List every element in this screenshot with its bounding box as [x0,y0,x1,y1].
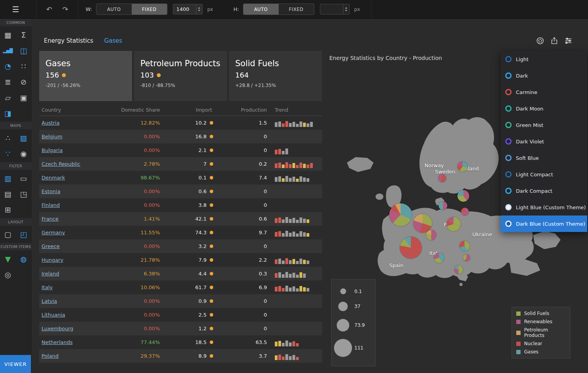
map-pie-chart[interactable] [457,190,469,202]
theme-option-light[interactable]: Light [501,51,587,67]
card-gases[interactable]: Gases 156 -201 / -56.26% [39,51,132,101]
country-link[interactable]: Italy [42,284,53,290]
country-link[interactable]: Finland [42,202,60,208]
sidebar-item-bar-chart[interactable]: ▂▅█ [0,43,16,58]
map-pie-chart[interactable] [438,174,446,182]
sidebar-item-online-map[interactable]: ⊘ [16,74,31,90]
theme-option-light-blue-custom-theme[interactable]: Light Blue (Custom Theme) [501,199,587,215]
height-fixed-button[interactable]: FIXED [279,4,314,14]
card-solid-fuels[interactable]: Solid Fuels 164 +28.8 / +21.35% [229,51,322,101]
width-spinner[interactable] [196,4,202,14]
trend-bar [299,272,302,278]
country-link[interactable]: Luxembourg [42,326,73,331]
sidebar-item-scatter-map[interactable]: ∴ [0,130,16,146]
sidebar-item-calendar[interactable]: ⊞ [0,202,16,217]
sidebar-item-shapes[interactable]: ∷ [16,58,31,74]
undo-icon[interactable]: ↶ [41,5,57,13]
sidebar-item-funnel[interactable]: ▼ [0,251,16,267]
country-link[interactable]: France [42,216,58,222]
sidebar-section-label: MAPS [0,122,31,129]
spinner-down-icon[interactable] [345,10,347,11]
sidebar-item-globe[interactable]: ◍ [16,251,31,267]
map-pie-chart[interactable] [400,237,422,259]
country-link[interactable]: Greece [42,243,60,249]
country-link[interactable]: Ireland [42,271,59,277]
tab-energy-statistics[interactable]: Energy Statistics [44,37,93,44]
country-link[interactable]: Poland [42,353,58,359]
sidebar-item-card-filter[interactable]: ▭ [16,170,31,186]
width-input[interactable] [173,4,196,14]
calendar-icon: ⊞ [5,206,11,214]
spinner-up-icon[interactable] [198,7,200,9]
tab-gases[interactable]: Gases [104,37,122,44]
country-link[interactable]: Lithuania [42,312,65,318]
theme-option-label: Dark [516,73,528,79]
map-pie-chart[interactable] [463,254,470,261]
height-input[interactable] [320,4,343,14]
spinner-up-icon[interactable] [345,7,347,9]
sidebar-item-image[interactable]: ▣ [16,90,31,105]
country-link[interactable]: Czech Republic [42,161,80,167]
menu-icon[interactable]: ☰ [0,5,31,14]
sidebar-item-pie-map[interactable]: ◉ [16,146,31,161]
map-pie-chart[interactable] [446,217,461,231]
sidebar-item-list-filter[interactable]: ▤ [0,186,16,202]
sidebar-item-folded-map[interactable]: ▨ [16,130,31,146]
theme-option-dark-blue-custom-theme[interactable]: Dark Blue (Custom Theme) [501,215,587,232]
redo-icon[interactable]: ↷ [57,5,73,13]
country-link[interactable]: Latvia [42,298,57,304]
country-link[interactable]: Estonia [42,188,60,194]
viewer-button[interactable]: VIEWER [0,355,31,373]
map-pie-chart[interactable] [434,253,444,263]
table-row: Ireland6.38%4.40.3 [39,267,322,281]
sidebar-item-gauge[interactable]: ◔ [0,58,16,74]
country-link[interactable]: Belgium [42,134,62,139]
domestic-share-value: 1.41% [118,216,160,222]
country-link[interactable]: Germany [42,230,65,235]
spinner-down-icon[interactable] [198,10,200,11]
map-pie-chart[interactable] [454,265,463,274]
sidebar-item-image-filter[interactable]: ▥ [0,170,16,186]
theme-palette-icon[interactable] [535,36,545,45]
trend-bar [278,217,281,223]
country-link[interactable]: Bulgaria [42,147,63,153]
map-pie-chart[interactable] [461,208,469,215]
sidebar-item-pin[interactable]: ◎ [0,267,16,282]
map-pie-chart[interactable] [459,241,470,251]
export-icon[interactable] [550,36,559,45]
sidebar-item-table[interactable]: ▦ [0,27,16,43]
theme-option-light-compact[interactable]: Light Compact [501,166,587,183]
sidebar-item-image-chart[interactable]: ◨ [0,105,16,121]
map-pie-chart[interactable] [426,230,436,240]
width-auto-button[interactable]: AUTO [96,4,132,14]
theme-option-dark-violet[interactable]: Dark Violet [501,133,587,150]
sidebar-item-window-filter[interactable]: ◳ [16,186,31,202]
map-pie-chart[interactable] [439,201,447,210]
production-value: 7.4 [216,175,267,181]
height-spinner[interactable] [343,4,349,14]
theme-option-dark-moon[interactable]: Dark Moon [501,100,587,117]
theme-option-dark[interactable]: Dark [501,67,587,84]
sidebar-item-treemap[interactable]: ◫ [16,43,31,58]
theme-option-dark-compact[interactable]: Dark Compact [501,183,587,199]
sidebar-item-text[interactable]: ≣ [0,74,16,90]
country-link[interactable]: Austria [42,120,60,126]
map-pie-chart[interactable] [457,161,468,172]
sidebar-item-panel[interactable]: ▢ [0,226,16,242]
country-link[interactable]: Denmark [42,175,65,181]
country-link[interactable]: Hungary [42,257,64,263]
theme-option-green-mist[interactable]: Green Mist [501,117,587,133]
height-auto-button[interactable]: AUTO [243,4,279,14]
theme-option-soft-blue[interactable]: Soft Blue [501,150,587,166]
theme-option-carmine[interactable]: Carmine [501,84,587,100]
sidebar-item-sum-indicator[interactable]: Σ [16,27,31,43]
width-fixed-button[interactable]: FIXED [132,4,167,14]
sidebar-item-region-map[interactable]: ▱ [0,90,16,105]
map-pie-chart[interactable] [389,203,412,226]
sidebar-item-bubble-map[interactable]: ∵ [0,146,16,161]
sidebar-item-tab-panel[interactable]: ◰ [16,226,31,242]
settings-sliders-icon[interactable] [564,36,573,45]
card-petroleum-products[interactable]: Petroleum Products 103 -810 / -88.75% [134,51,227,101]
country-link[interactable]: Netherlands [42,339,73,345]
trend-bar [275,342,278,346]
